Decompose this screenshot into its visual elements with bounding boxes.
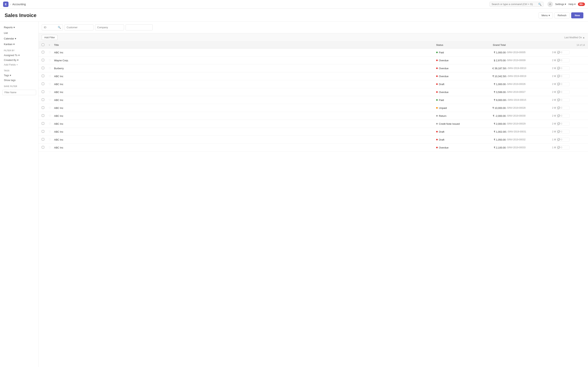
row-heart[interactable]: ♡ bbox=[49, 122, 54, 125]
row-comment[interactable]: 💬 0 bbox=[556, 58, 570, 62]
table-row[interactable]: ♡ ABC Inc Return ₹ -2,000.00 .-SINV-2019… bbox=[39, 112, 588, 120]
row-checkbox-col[interactable] bbox=[42, 130, 49, 133]
heart-icon[interactable]: ♡ bbox=[49, 59, 51, 62]
row-checkbox[interactable] bbox=[42, 51, 44, 53]
add-filter-button[interactable]: Add Filter bbox=[42, 35, 57, 40]
id-input[interactable] bbox=[44, 26, 56, 29]
header-checkbox-col[interactable] bbox=[42, 43, 49, 47]
row-checkbox[interactable] bbox=[42, 67, 44, 69]
search-box[interactable]: 🔍 bbox=[490, 2, 544, 7]
tags-filter[interactable]: Tags ▾ bbox=[2, 73, 36, 78]
heart-icon[interactable]: ♡ bbox=[49, 75, 51, 78]
row-checkbox-col[interactable] bbox=[42, 98, 49, 101]
row-comment[interactable]: 💬 0 bbox=[556, 82, 570, 86]
comment-button[interactable]: 💬 0 bbox=[556, 130, 570, 133]
table-row[interactable]: ♡ ABC Inc Draft ₹ 1,050.00 .-SINV-2019-0… bbox=[39, 136, 588, 144]
row-heart[interactable]: ♡ bbox=[49, 59, 54, 62]
row-checkbox-col[interactable] bbox=[42, 146, 49, 149]
settings-button[interactable]: Settings ▾ bbox=[555, 3, 566, 6]
row-checkbox[interactable] bbox=[42, 98, 44, 101]
table-row[interactable]: ♡ ABC Inc Unpaid ₹ 10,000.00 .-SINV-2019… bbox=[39, 104, 588, 112]
row-heart[interactable]: ♡ bbox=[49, 51, 54, 54]
row-checkbox[interactable] bbox=[42, 114, 44, 117]
row-heart[interactable]: ♡ bbox=[49, 146, 54, 149]
row-heart[interactable]: ♡ bbox=[49, 91, 54, 94]
help-button[interactable]: Help ▾ bbox=[569, 3, 576, 6]
heart-icon[interactable]: ♡ bbox=[49, 138, 51, 141]
comment-button[interactable]: 💬 0 bbox=[556, 74, 570, 78]
heart-icon[interactable]: ♡ bbox=[49, 122, 51, 125]
row-comment[interactable]: 💬 0 bbox=[556, 106, 570, 110]
company-input[interactable] bbox=[97, 26, 122, 29]
row-heart[interactable]: ♡ bbox=[49, 138, 54, 141]
menu-button[interactable]: Menu ▾ bbox=[539, 12, 553, 18]
table-row[interactable]: ♡ ABC Inc Overdue ₹ 2,100.00 .-SINV-2019… bbox=[39, 144, 588, 152]
table-row[interactable]: ♡ ABC Inc Draft ₹ 1,000.00 .-SINV-2019-0… bbox=[39, 80, 588, 88]
sidebar-item-kanban[interactable]: Kanban ▾ bbox=[2, 42, 36, 47]
created-by-filter[interactable]: Created By ▾ bbox=[2, 58, 36, 62]
row-checkbox[interactable] bbox=[42, 83, 44, 85]
refresh-button[interactable]: Refresh bbox=[554, 12, 570, 18]
comment-button[interactable]: 💬 0 bbox=[556, 50, 570, 54]
assigned-to-filter[interactable]: Assigned To ▾ bbox=[2, 53, 36, 58]
row-comment[interactable]: 💬 0 bbox=[556, 130, 570, 133]
heart-icon[interactable]: ♡ bbox=[49, 67, 51, 70]
table-row[interactable]: ♡ ABC Inc Draft ₹ 1,002.00 L-SINV-2019-0… bbox=[39, 128, 588, 136]
comment-button[interactable]: 💬 0 bbox=[556, 82, 570, 86]
row-checkbox-col[interactable] bbox=[42, 122, 49, 125]
heart-icon[interactable]: ♡ bbox=[49, 106, 51, 109]
row-heart[interactable]: ♡ bbox=[49, 130, 54, 133]
row-checkbox[interactable] bbox=[42, 75, 44, 77]
row-comment[interactable]: 💬 0 bbox=[556, 90, 570, 94]
row-checkbox[interactable] bbox=[42, 106, 44, 109]
sort-button[interactable]: Last Modified On ▲ bbox=[564, 36, 585, 39]
comment-button[interactable]: 💬 0 bbox=[556, 138, 570, 142]
row-heart[interactable]: ♡ bbox=[49, 67, 54, 70]
row-checkbox-col[interactable] bbox=[42, 75, 49, 78]
select-all-checkbox[interactable] bbox=[42, 43, 44, 46]
customer-input[interactable] bbox=[67, 26, 91, 29]
row-heart[interactable]: ♡ bbox=[49, 98, 54, 101]
company-filter[interactable] bbox=[95, 24, 124, 30]
row-heart[interactable]: ♡ bbox=[49, 106, 54, 109]
table-row[interactable]: ♡ ABC Inc Paid ₹ 9,000.00 L-SINV-2019-00… bbox=[39, 96, 588, 104]
table-row[interactable]: ♡ Burberry Overdue € 39,187.50 L-SINV-20… bbox=[39, 64, 588, 72]
show-tags-button[interactable]: Show tags bbox=[2, 78, 36, 83]
row-checkbox-col[interactable] bbox=[42, 106, 49, 109]
row-comment[interactable]: 💬 0 bbox=[556, 98, 570, 102]
heart-icon[interactable]: ♡ bbox=[49, 130, 51, 133]
extra-input[interactable] bbox=[128, 26, 151, 29]
comment-button[interactable]: 💬 0 bbox=[556, 122, 570, 126]
table-row[interactable]: ♡ ABC Inc Overdue ₹ 3,599.00 .-SINV-2019… bbox=[39, 88, 588, 96]
row-checkbox[interactable] bbox=[42, 138, 44, 141]
comment-button[interactable]: 💬 0 bbox=[556, 106, 570, 110]
row-checkbox[interactable] bbox=[42, 91, 44, 93]
customer-filter[interactable] bbox=[64, 24, 94, 30]
row-comment[interactable]: 💬 0 bbox=[556, 146, 570, 150]
id-filter[interactable]: 🔍 bbox=[42, 24, 63, 30]
row-comment[interactable]: 💬 0 bbox=[556, 66, 570, 70]
row-comment[interactable]: 💬 0 bbox=[556, 122, 570, 126]
row-comment[interactable]: 💬 0 bbox=[556, 138, 570, 142]
add-fields-button[interactable]: Add Fields + bbox=[2, 62, 36, 67]
table-row[interactable]: ♡ ABC Inc Credit Note Issued ₹ 2,000.00 … bbox=[39, 120, 588, 128]
comment-button[interactable]: 💬 0 bbox=[556, 58, 570, 62]
row-heart[interactable]: ♡ bbox=[49, 75, 54, 78]
sidebar-item-reports[interactable]: Reports ▾ bbox=[2, 25, 36, 30]
heart-icon[interactable]: ♡ bbox=[49, 91, 51, 94]
row-comment[interactable]: 💬 0 bbox=[556, 114, 570, 118]
heart-icon[interactable]: ♡ bbox=[49, 83, 51, 86]
comment-button[interactable]: 💬 0 bbox=[556, 114, 570, 118]
comment-button[interactable]: 💬 0 bbox=[556, 98, 570, 102]
comment-button[interactable]: 💬 0 bbox=[556, 90, 570, 94]
heart-icon[interactable]: ♡ bbox=[49, 98, 51, 101]
extra-filter[interactable] bbox=[126, 24, 153, 30]
heart-icon[interactable]: ♡ bbox=[49, 114, 51, 117]
row-checkbox[interactable] bbox=[42, 122, 44, 125]
new-button[interactable]: New bbox=[571, 12, 583, 18]
row-heart[interactable]: ♡ bbox=[49, 114, 54, 117]
heart-icon[interactable]: ♡ bbox=[49, 51, 51, 54]
row-checkbox-col[interactable] bbox=[42, 114, 49, 117]
row-checkbox-col[interactable] bbox=[42, 59, 49, 62]
row-checkbox[interactable] bbox=[42, 146, 44, 149]
